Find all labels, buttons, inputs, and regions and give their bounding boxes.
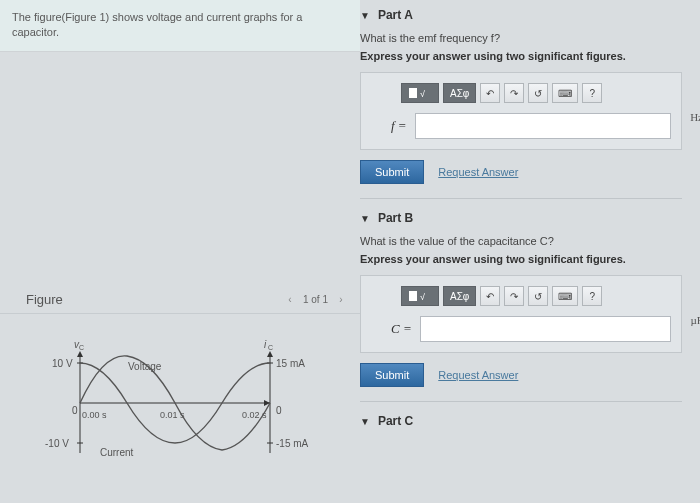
part-a-title: Part A xyxy=(378,8,413,22)
figure-title: Figure xyxy=(26,292,63,307)
part-b-instruction: Express your answer using two significan… xyxy=(360,253,682,265)
figure-nav-label: 1 of 1 xyxy=(303,294,328,305)
part-a-instruction: Express your answer using two significan… xyxy=(360,50,682,62)
svg-text:Voltage: Voltage xyxy=(128,361,162,372)
part-b: ▼ Part B What is the value of the capaci… xyxy=(360,211,682,387)
part-b-var-label: C = xyxy=(391,321,412,337)
svg-text:C: C xyxy=(268,344,273,351)
part-b-unit: µF xyxy=(691,314,700,326)
redo-button[interactable]: ↷ xyxy=(504,286,524,306)
part-a-request-answer-link[interactable]: Request Answer xyxy=(438,166,518,178)
redo-button[interactable]: ↷ xyxy=(504,83,524,103)
part-a: ▼ Part A What is the emf frequency f? Ex… xyxy=(360,8,682,184)
svg-marker-5 xyxy=(267,351,273,357)
svg-text:0: 0 xyxy=(72,405,78,416)
voltage-current-graph: 10 V -10 V 0 vC 15 mA 0 -15 mA iC 0.00 s… xyxy=(30,338,310,468)
keyboard-button[interactable]: ⌨ xyxy=(552,83,578,103)
collapse-icon[interactable]: ▼ xyxy=(360,416,370,427)
reset-button[interactable]: ↺ xyxy=(528,83,548,103)
svg-marker-4 xyxy=(77,351,83,357)
part-a-unit: Hz xyxy=(690,111,700,123)
svg-text:i: i xyxy=(264,339,267,350)
figure-nav: ‹ 1 of 1 › xyxy=(283,292,348,306)
part-b-toolbar: √ ΑΣφ ↶ ↷ ↺ ⌨ ? xyxy=(401,286,671,306)
templates-button[interactable]: √ xyxy=(401,286,439,306)
part-a-question: What is the emf frequency f? xyxy=(360,32,682,44)
keyboard-button[interactable]: ⌨ xyxy=(552,286,578,306)
part-b-submit-button[interactable]: Submit xyxy=(360,363,424,387)
part-a-var-label: f = xyxy=(391,118,407,134)
part-a-answer-box: √ ΑΣφ ↶ ↷ ↺ ⌨ ? f = Hz xyxy=(360,72,682,150)
reset-button[interactable]: ↺ xyxy=(528,286,548,306)
svg-rect-27 xyxy=(409,291,417,301)
svg-text:C: C xyxy=(79,344,84,351)
svg-text:0: 0 xyxy=(276,405,282,416)
undo-button[interactable]: ↶ xyxy=(480,83,500,103)
figure-prev-button[interactable]: ‹ xyxy=(283,292,297,306)
templates-button[interactable]: √ xyxy=(401,83,439,103)
figure-next-button[interactable]: › xyxy=(334,292,348,306)
part-b-question: What is the value of the capacitance C? xyxy=(360,235,682,247)
part-b-title: Part B xyxy=(378,211,413,225)
intro-text: The figure(Figure 1) shows voltage and c… xyxy=(0,0,360,52)
svg-text:√: √ xyxy=(420,292,425,302)
svg-text:10 V: 10 V xyxy=(52,358,73,369)
greek-button[interactable]: ΑΣφ xyxy=(443,83,476,103)
svg-rect-25 xyxy=(409,88,417,98)
svg-text:-15 mA: -15 mA xyxy=(276,438,309,449)
part-b-answer-box: √ ΑΣφ ↶ ↷ ↺ ⌨ ? C = µF xyxy=(360,275,682,353)
part-c-title: Part C xyxy=(378,414,413,428)
svg-text:-10 V: -10 V xyxy=(45,438,69,449)
part-a-answer-input[interactable] xyxy=(415,113,671,139)
collapse-icon[interactable]: ▼ xyxy=(360,213,370,224)
help-button[interactable]: ? xyxy=(582,83,602,103)
part-b-answer-input[interactable] xyxy=(420,316,671,342)
undo-button[interactable]: ↶ xyxy=(480,286,500,306)
svg-text:0.00 s: 0.00 s xyxy=(82,410,107,420)
part-b-request-answer-link[interactable]: Request Answer xyxy=(438,369,518,381)
part-c: ▼ Part C xyxy=(360,414,682,428)
figure-area: 10 V -10 V 0 vC 15 mA 0 -15 mA iC 0.00 s… xyxy=(0,313,360,480)
svg-text:15 mA: 15 mA xyxy=(276,358,305,369)
help-button[interactable]: ? xyxy=(582,286,602,306)
svg-text:√: √ xyxy=(420,89,425,99)
part-a-submit-button[interactable]: Submit xyxy=(360,160,424,184)
svg-text:Current: Current xyxy=(100,447,134,458)
part-a-toolbar: √ ΑΣφ ↶ ↷ ↺ ⌨ ? xyxy=(401,83,671,103)
greek-button[interactable]: ΑΣφ xyxy=(443,286,476,306)
collapse-icon[interactable]: ▼ xyxy=(360,10,370,21)
